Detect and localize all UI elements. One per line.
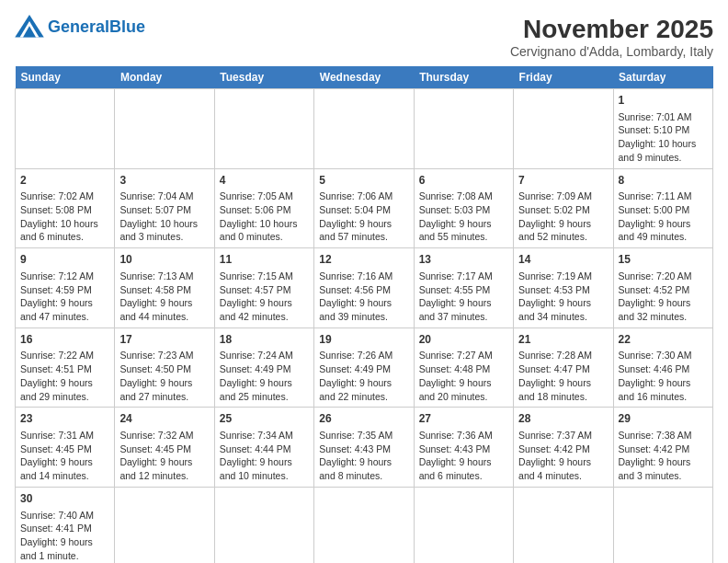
day-number: 24 — [119, 411, 209, 427]
day-cell: 6Sunrise: 7:08 AM Sunset: 5:03 PM Daylig… — [414, 168, 513, 248]
day-number: 7 — [518, 173, 608, 189]
day-number: 28 — [518, 411, 608, 427]
day-cell: 29Sunrise: 7:38 AM Sunset: 4:42 PM Dayli… — [613, 408, 712, 488]
day-info: Sunrise: 7:30 AM Sunset: 4:46 PM Dayligh… — [619, 349, 708, 403]
logo: GeneralBlue — [15, 15, 145, 40]
day-cell: 25Sunrise: 7:34 AM Sunset: 4:44 PM Dayli… — [214, 408, 313, 488]
day-info: Sunrise: 7:22 AM Sunset: 4:51 PM Dayligh… — [20, 349, 109, 403]
day-info: Sunrise: 7:02 AM Sunset: 5:08 PM Dayligh… — [20, 190, 109, 244]
day-info: Sunrise: 7:12 AM Sunset: 4:59 PM Dayligh… — [20, 270, 109, 324]
day-cell: 4Sunrise: 7:05 AM Sunset: 5:06 PM Daylig… — [214, 168, 313, 248]
day-info: Sunrise: 7:17 AM Sunset: 4:55 PM Dayligh… — [419, 270, 508, 324]
day-info: Sunrise: 7:11 AM Sunset: 5:00 PM Dayligh… — [619, 190, 708, 244]
day-info: Sunrise: 7:28 AM Sunset: 4:47 PM Dayligh… — [518, 349, 608, 403]
day-cell: 13Sunrise: 7:17 AM Sunset: 4:55 PM Dayli… — [414, 248, 513, 328]
day-number: 3 — [119, 173, 209, 189]
day-number: 8 — [619, 173, 708, 189]
day-cell — [314, 487, 414, 563]
location-title: Cervignano d'Adda, Lombardy, Italy — [510, 44, 713, 59]
day-info: Sunrise: 7:05 AM Sunset: 5:06 PM Dayligh… — [220, 190, 309, 244]
day-cell: 11Sunrise: 7:15 AM Sunset: 4:57 PM Dayli… — [214, 248, 313, 328]
day-cell: 23Sunrise: 7:31 AM Sunset: 4:45 PM Dayli… — [16, 408, 115, 488]
day-cell — [613, 487, 712, 563]
day-cell: 27Sunrise: 7:36 AM Sunset: 4:43 PM Dayli… — [414, 408, 513, 488]
day-cell: 28Sunrise: 7:37 AM Sunset: 4:42 PM Dayli… — [514, 408, 613, 488]
day-cell: 1Sunrise: 7:01 AM Sunset: 5:10 PM Daylig… — [613, 89, 712, 169]
day-info: Sunrise: 7:09 AM Sunset: 5:02 PM Dayligh… — [518, 190, 608, 244]
day-header-monday: Monday — [115, 66, 214, 89]
day-info: Sunrise: 7:23 AM Sunset: 4:50 PM Dayligh… — [119, 349, 209, 403]
day-cell: 12Sunrise: 7:16 AM Sunset: 4:56 PM Dayli… — [314, 248, 414, 328]
day-info: Sunrise: 7:32 AM Sunset: 4:45 PM Dayligh… — [119, 429, 209, 483]
day-header-thursday: Thursday — [414, 66, 513, 89]
day-cell: 30Sunrise: 7:40 AM Sunset: 4:41 PM Dayli… — [16, 487, 115, 563]
day-info: Sunrise: 7:37 AM Sunset: 4:42 PM Dayligh… — [518, 429, 608, 483]
day-cell — [414, 487, 513, 563]
logo-text: GeneralBlue — [48, 18, 145, 37]
week-row-1: 1Sunrise: 7:01 AM Sunset: 5:10 PM Daylig… — [16, 89, 713, 169]
day-info: Sunrise: 7:40 AM Sunset: 4:41 PM Dayligh… — [20, 509, 109, 563]
day-number: 11 — [220, 252, 309, 268]
day-cell — [514, 487, 613, 563]
day-cell: 19Sunrise: 7:26 AM Sunset: 4:49 PM Dayli… — [314, 327, 414, 408]
logo-icon — [15, 15, 44, 40]
day-number: 22 — [619, 332, 708, 348]
day-info: Sunrise: 7:06 AM Sunset: 5:04 PM Dayligh… — [319, 190, 408, 244]
day-info: Sunrise: 7:36 AM Sunset: 4:43 PM Dayligh… — [419, 429, 508, 483]
day-info: Sunrise: 7:01 AM Sunset: 5:10 PM Dayligh… — [619, 110, 708, 165]
day-info: Sunrise: 7:27 AM Sunset: 4:48 PM Dayligh… — [419, 349, 508, 403]
day-cell: 10Sunrise: 7:13 AM Sunset: 4:58 PM Dayli… — [115, 248, 214, 328]
day-number: 19 — [319, 332, 408, 348]
day-number: 10 — [119, 252, 209, 268]
day-header-sunday: Sunday — [16, 66, 115, 89]
week-row-4: 16Sunrise: 7:22 AM Sunset: 4:51 PM Dayli… — [16, 327, 713, 408]
day-info: Sunrise: 7:16 AM Sunset: 4:56 PM Dayligh… — [319, 270, 408, 324]
week-row-5: 23Sunrise: 7:31 AM Sunset: 4:45 PM Dayli… — [16, 408, 713, 488]
day-cell: 5Sunrise: 7:06 AM Sunset: 5:04 PM Daylig… — [314, 168, 414, 248]
page-header: GeneralBlue November 2025 Cervignano d'A… — [15, 15, 713, 59]
day-number: 27 — [419, 411, 508, 427]
day-info: Sunrise: 7:13 AM Sunset: 4:58 PM Dayligh… — [119, 270, 209, 324]
day-cell: 9Sunrise: 7:12 AM Sunset: 4:59 PM Daylig… — [16, 248, 115, 328]
day-number: 6 — [419, 173, 508, 189]
day-cell: 16Sunrise: 7:22 AM Sunset: 4:51 PM Dayli… — [16, 327, 115, 408]
day-info: Sunrise: 7:35 AM Sunset: 4:43 PM Dayligh… — [319, 429, 408, 483]
day-cell: 21Sunrise: 7:28 AM Sunset: 4:47 PM Dayli… — [514, 327, 613, 408]
day-number: 20 — [419, 332, 508, 348]
week-row-6: 30Sunrise: 7:40 AM Sunset: 4:41 PM Dayli… — [16, 487, 713, 563]
day-cell: 26Sunrise: 7:35 AM Sunset: 4:43 PM Dayli… — [314, 408, 414, 488]
day-cell: 3Sunrise: 7:04 AM Sunset: 5:07 PM Daylig… — [115, 168, 214, 248]
day-number: 25 — [220, 411, 309, 427]
day-cell: 15Sunrise: 7:20 AM Sunset: 4:52 PM Dayli… — [613, 248, 712, 328]
day-info: Sunrise: 7:04 AM Sunset: 5:07 PM Dayligh… — [119, 190, 209, 244]
day-cell: 7Sunrise: 7:09 AM Sunset: 5:02 PM Daylig… — [514, 168, 613, 248]
day-cell — [414, 89, 513, 169]
day-number: 23 — [20, 411, 109, 427]
day-number: 1 — [619, 93, 708, 109]
day-cell — [214, 487, 313, 563]
header-row: SundayMondayTuesdayWednesdayThursdayFrid… — [16, 66, 713, 89]
day-cell: 14Sunrise: 7:19 AM Sunset: 4:53 PM Dayli… — [514, 248, 613, 328]
day-cell: 8Sunrise: 7:11 AM Sunset: 5:00 PM Daylig… — [613, 168, 712, 248]
day-number: 17 — [119, 332, 209, 348]
day-number: 14 — [518, 252, 608, 268]
day-cell: 22Sunrise: 7:30 AM Sunset: 4:46 PM Dayli… — [613, 327, 712, 408]
week-row-2: 2Sunrise: 7:02 AM Sunset: 5:08 PM Daylig… — [16, 168, 713, 248]
day-info: Sunrise: 7:19 AM Sunset: 4:53 PM Dayligh… — [518, 270, 608, 324]
day-number: 16 — [20, 332, 109, 348]
day-number: 13 — [419, 252, 508, 268]
day-cell — [514, 89, 613, 169]
day-number: 4 — [220, 173, 309, 189]
day-number: 30 — [20, 491, 109, 507]
day-cell — [115, 89, 214, 169]
day-header-wednesday: Wednesday — [314, 66, 414, 89]
day-info: Sunrise: 7:15 AM Sunset: 4:57 PM Dayligh… — [220, 270, 309, 324]
day-cell: 2Sunrise: 7:02 AM Sunset: 5:08 PM Daylig… — [16, 168, 115, 248]
day-info: Sunrise: 7:26 AM Sunset: 4:49 PM Dayligh… — [319, 349, 408, 403]
day-info: Sunrise: 7:20 AM Sunset: 4:52 PM Dayligh… — [619, 270, 708, 324]
month-title: November 2025 — [510, 15, 713, 44]
day-number: 5 — [319, 173, 408, 189]
day-cell — [115, 487, 214, 563]
day-cell: 24Sunrise: 7:32 AM Sunset: 4:45 PM Dayli… — [115, 408, 214, 488]
day-info: Sunrise: 7:34 AM Sunset: 4:44 PM Dayligh… — [220, 429, 309, 483]
